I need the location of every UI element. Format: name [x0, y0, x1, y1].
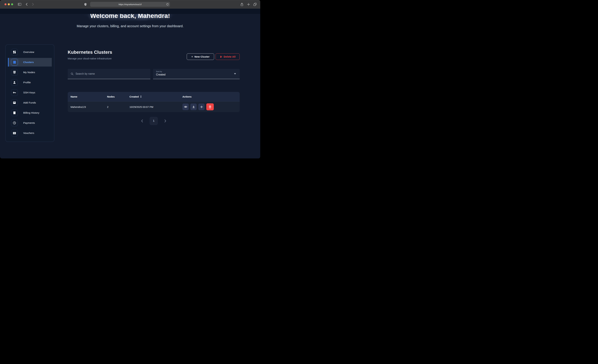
- column-header-created[interactable]: Created: [129, 95, 183, 98]
- clock-icon: [11, 120, 18, 126]
- sidebar-toggle-icon: [18, 3, 21, 6]
- sidebar-item-vouchers[interactable]: Vouchers: [8, 129, 52, 137]
- receipt-icon: [11, 109, 18, 116]
- sidebar-item-overview[interactable]: Overview: [8, 48, 52, 56]
- key-icon: [11, 89, 18, 96]
- hero-section: Welcome back, Mahendra! Manage your clus…: [0, 14, 260, 39]
- servers-icon: [11, 59, 18, 66]
- browser-titlebar: https://myceliumcloud.tf: [0, 0, 260, 9]
- trash-icon: [209, 105, 211, 108]
- minimize-window-button[interactable]: [8, 3, 10, 5]
- sidebar-item-label: Profile: [23, 81, 31, 84]
- sidebar-nav: Overview: [6, 44, 54, 142]
- share-icon: [241, 3, 243, 6]
- delete-all-button[interactable]: Delete All: [216, 53, 240, 60]
- browser-window: https://myceliumcloud.tf: [0, 0, 260, 158]
- clusters-header: Kubernetes Clusters Manage your cloud-na…: [68, 50, 240, 60]
- sidebar-item-profile[interactable]: Profile: [8, 78, 52, 87]
- page-number-button[interactable]: 1: [150, 117, 158, 125]
- close-window-button[interactable]: [4, 3, 7, 5]
- screen: https://myceliumcloud.tf: [0, 0, 260, 158]
- previous-page-button[interactable]: [141, 119, 143, 123]
- welcome-subtitle: Manage your clusters, billing, and accou…: [0, 24, 260, 28]
- cluster-created-cell: 10/29/2025 03:07 PM: [129, 106, 183, 108]
- search-icon: [71, 73, 74, 75]
- sidebar-item-my-nodes[interactable]: My Nodes: [8, 68, 52, 77]
- cluster-nodes-cell: 2: [107, 106, 129, 108]
- download-icon: [192, 106, 195, 108]
- dashboard-icon: [11, 49, 18, 55]
- back-button[interactable]: [24, 0, 29, 9]
- new-cluster-label: New Cluster: [195, 55, 210, 58]
- forward-button[interactable]: [31, 0, 35, 9]
- share-button[interactable]: [239, 0, 244, 9]
- tabs-icon: [253, 3, 257, 6]
- trash-icon: [220, 55, 222, 58]
- view-cluster-button[interactable]: [183, 104, 189, 110]
- clusters-section: Kubernetes Clusters Manage your cloud-na…: [68, 50, 240, 125]
- sidebar-item-billing-history[interactable]: Billing History: [8, 108, 52, 117]
- plus-icon: [200, 106, 203, 108]
- nodes-icon: [11, 69, 18, 76]
- clusters-table: Name Nodes Created: [68, 92, 240, 112]
- sort-value: Created: [156, 73, 237, 76]
- sidebar-item-label: Vouchers: [23, 132, 34, 134]
- page-subtitle: Manage your cloud-native infrastructure: [68, 57, 112, 60]
- sidebar-item-ssh-keys[interactable]: SSH Keys: [8, 88, 52, 97]
- created-header-label: Created: [129, 95, 139, 98]
- new-tab-button[interactable]: [246, 0, 251, 9]
- sidebar-item-label: Clusters: [23, 61, 34, 64]
- window-controls: [4, 3, 13, 5]
- table-header-row: Name Nodes Created: [68, 92, 240, 101]
- delete-cluster-button[interactable]: [206, 103, 214, 110]
- forward-icon: [32, 3, 34, 6]
- column-header-name: Name: [71, 95, 107, 98]
- sidebar-item-label: SSH Keys: [23, 91, 35, 94]
- eye-icon: [184, 106, 187, 108]
- sidebar-item-label: Overview: [23, 51, 34, 54]
- tab-overview-button[interactable]: [252, 0, 258, 9]
- new-cluster-button[interactable]: + New Cluster: [187, 53, 214, 60]
- dashboard-page: Welcome back, Mahendra! Manage your clus…: [0, 9, 260, 158]
- sidebar-item-label: My Nodes: [23, 71, 35, 74]
- sidebar-toggle-button[interactable]: [17, 0, 23, 9]
- plus-icon: [247, 3, 250, 6]
- sidebar-item-label: Billing History: [23, 111, 39, 114]
- column-header-actions: Actions: [183, 95, 240, 98]
- plus-icon: +: [191, 55, 193, 58]
- next-page-button[interactable]: [164, 119, 166, 123]
- card-icon: [11, 99, 18, 106]
- user-icon: [11, 79, 18, 86]
- page-title: Kubernetes Clusters: [68, 50, 112, 55]
- search-input[interactable]: [75, 72, 147, 75]
- ticket-icon: [11, 130, 18, 136]
- search-field[interactable]: [68, 69, 150, 79]
- sort-label: Sort by: [156, 71, 237, 73]
- address-bar[interactable]: https://myceliumcloud.tf: [90, 2, 170, 7]
- delete-all-label: Delete All: [224, 55, 236, 58]
- pagination: 1: [68, 117, 240, 125]
- reload-button[interactable]: [166, 3, 169, 6]
- sort-dropdown[interactable]: Sort by Created: [153, 69, 240, 79]
- sidebar-item-payments[interactable]: Payments: [8, 119, 52, 127]
- top-band: [0, 9, 260, 14]
- column-header-nodes: Nodes: [107, 95, 129, 98]
- zoom-window-button[interactable]: [11, 3, 13, 5]
- sort-arrows-icon: [140, 95, 142, 98]
- sidebar-item-clusters[interactable]: Clusters: [8, 58, 52, 66]
- chevron-down-icon: [234, 73, 236, 74]
- download-kubeconfig-button[interactable]: [190, 104, 197, 110]
- address-bar-url: https://myceliumcloud.tf: [118, 3, 141, 6]
- table-row: Mahendra123 2 10/29/2025 03:07 PM: [68, 101, 240, 112]
- privacy-shield-icon[interactable]: [83, 0, 88, 9]
- filters-bar: Sort by Created: [68, 69, 240, 79]
- back-icon: [25, 3, 28, 6]
- sidebar-item-add-funds[interactable]: Add Funds: [8, 98, 52, 107]
- sidebar-item-label: Add Funds: [23, 101, 36, 104]
- welcome-title: Welcome back, Mahendra!: [0, 14, 260, 19]
- add-node-button[interactable]: [198, 104, 205, 110]
- cluster-name-cell: Mahendra123: [71, 106, 107, 108]
- row-actions: [183, 103, 240, 110]
- sidebar-item-label: Payments: [23, 121, 35, 124]
